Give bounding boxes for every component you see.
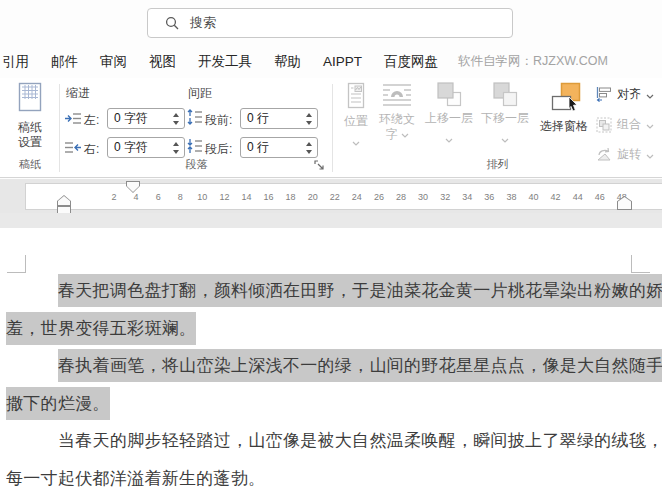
ribbon-tab-1[interactable]: 邮件 (40, 53, 89, 71)
ruler-number: 14 (239, 192, 253, 202)
space-after-label: 段后: (205, 141, 232, 158)
ribbon-tab-bar: 引用邮件审阅视图开发工具帮助AIPPT百度网盘 软件自学网：RJZXW.COM (0, 45, 662, 78)
manuscript-settings-button[interactable]: 稿纸 设置 (4, 82, 56, 156)
document-line-1[interactable]: 羞，世界变得五彩斑斓。 (6, 310, 658, 348)
selection-pane-button[interactable]: 选择窗格 (534, 82, 594, 134)
align-button[interactable]: 对齐 (596, 86, 654, 103)
ruler-number: 22 (328, 192, 342, 202)
ribbon: 稿纸 设置 稿纸 缩进 间距 左: 0 字符 右: 0 字符 (0, 78, 662, 178)
space-after-input[interactable]: 0 行 (240, 137, 318, 158)
ribbon-tab-2[interactable]: 审阅 (89, 53, 138, 71)
text-block: 春天把调色盘打翻，颜料倾洒在田野，于是油菜花金黄一片桃花晕染出粉嫩的娇羞，世界变… (6, 272, 658, 497)
space-before-icon (187, 109, 202, 129)
space-before-value: 0 行 (247, 110, 269, 127)
ruler-number: 8 (173, 192, 187, 202)
ribbon-tab-4[interactable]: 开发工具 (187, 53, 263, 71)
space-after-stepper[interactable] (302, 138, 315, 157)
chevron-down-icon (352, 132, 360, 150)
document-line-0[interactable]: 春天把调色盘打翻，颜料倾洒在田野，于是油菜花金黄一片桃花晕染出粉嫩的娇 (6, 272, 658, 310)
indent-right-input[interactable]: 0 字符 (107, 137, 185, 158)
space-before-stepper[interactable] (302, 109, 315, 128)
send-backward-label: 下移一层 (481, 111, 529, 126)
ruler-numbers: 2468101214161820222426283032343638404244… (107, 183, 629, 210)
indent-left-value: 0 字符 (114, 110, 148, 127)
ruler-number: 20 (306, 192, 320, 202)
hanging-indent-marker[interactable] (57, 195, 71, 206)
document-line-4[interactable]: 当春天的脚步轻轻踏过，山峦像是被大自然温柔唤醒，瞬间披上了翠绿的绒毯， (6, 422, 658, 460)
indent-section-label: 缩进 (66, 85, 90, 102)
document-line-5[interactable]: 每一寸起伏都洋溢着新生的蓬勃。 (6, 460, 658, 498)
ruler-number: 30 (416, 192, 430, 202)
ruler-number: 24 (350, 192, 364, 202)
ribbon-tab-3[interactable]: 视图 (138, 53, 187, 71)
ruler-number: 4 (129, 192, 143, 202)
search-placeholder: 搜索 (190, 14, 216, 32)
group-button: 组合 (596, 116, 654, 133)
right-indent-marker[interactable] (617, 196, 632, 210)
document-line-2[interactable]: 春执着画笔，将山峦染上深浅不一的绿，山间的野花星星点点，像是大自然随手 (6, 347, 658, 385)
ruler-number: 46 (593, 192, 607, 202)
document-line-3[interactable]: 撒下的烂漫。 (6, 385, 658, 423)
chevron-down-icon (646, 118, 654, 132)
chevron-down-icon (445, 129, 453, 147)
ribbon-tab-6[interactable]: AIPPT (312, 54, 373, 69)
send-backward-button: 下移一层 (478, 82, 532, 147)
ruler-number: 6 (151, 192, 165, 202)
manuscript-label-line2: 设置 (18, 135, 42, 149)
space-after-value: 0 行 (247, 139, 269, 156)
search-icon (165, 16, 179, 30)
send-backward-icon (493, 82, 518, 111)
ruler-number: 28 (394, 192, 408, 202)
spacing-section-label: 间距 (188, 85, 212, 102)
group-label-paragraph: 段落 (60, 157, 333, 172)
chevron-down-icon (646, 88, 654, 102)
first-line-indent-marker[interactable] (126, 181, 140, 193)
document-page[interactable]: 春天把调色盘打翻，颜料倾洒在田野，于是油菜花金黄一片桃花晕染出粉嫩的娇羞，世界变… (0, 228, 662, 500)
body-text: 当春天的脚步轻轻踏过，山峦像是被大自然温柔唤醒，瞬间披上了翠绿的绒毯， (58, 431, 662, 450)
title-bar: 搜索 (0, 0, 662, 45)
ribbon-tab-7[interactable]: 百度网盘 (373, 53, 449, 71)
ribbon-tab-5[interactable]: 帮助 (263, 53, 312, 71)
ruler[interactable]: 2468101214161820222426283032343638404244… (0, 179, 662, 213)
ruler-number: 32 (438, 192, 452, 202)
group-button-label: 组合 (617, 116, 641, 133)
indent-left-label: 左: (84, 112, 99, 129)
ruler-number: 12 (217, 192, 231, 202)
grid-page-icon (17, 82, 44, 117)
body-text: 每一寸起伏都洋溢着新生的蓬勃。 (6, 469, 266, 488)
selected-text: 撒下的烂漫。 (6, 387, 110, 420)
ribbon-tab-0[interactable]: 引用 (0, 53, 40, 71)
wrap-text-button: 环绕文 字 (376, 82, 418, 142)
indent-left-input[interactable]: 0 字符 (107, 108, 185, 129)
position-button: 位置 (336, 82, 376, 150)
align-icon (596, 87, 612, 102)
indent-right-label: 右: (84, 141, 99, 158)
chevron-down-icon (501, 129, 509, 147)
ruler-number: 2 (107, 192, 121, 202)
indent-left-stepper[interactable] (169, 109, 182, 128)
indent-right-value: 0 字符 (114, 139, 148, 156)
selected-text: 春天把调色盘打翻，颜料倾洒在田野，于是油菜花金黄一片桃花晕染出粉嫩的娇 (58, 274, 662, 307)
bring-forward-label: 上移一层 (425, 111, 473, 126)
group-label-arrange: 排列 (333, 157, 662, 172)
indent-left-icon (65, 111, 81, 129)
bring-forward-button: 上移一层 (422, 82, 476, 147)
group-label-manuscript: 稿纸 (0, 157, 60, 172)
wrap-text-label-line2: 字 (386, 127, 398, 142)
selected-text: 羞，世界变得五彩斑斓。 (6, 312, 196, 345)
position-label: 位置 (344, 114, 368, 129)
selection-pane-icon (546, 82, 582, 119)
margin-corner-mark (631, 255, 632, 273)
chevron-down-icon (401, 127, 409, 142)
word-window: 搜索 引用邮件审阅视图开发工具帮助AIPPT百度网盘 软件自学网：RJZXW.C… (0, 0, 662, 500)
manuscript-label-line1: 稿纸 (18, 120, 42, 134)
space-before-label: 段前: (205, 112, 232, 129)
group-icon (596, 117, 612, 133)
align-label: 对齐 (617, 86, 641, 103)
watermark-text: 软件自学网：RJZXW.COM (458, 53, 608, 70)
ruler-number: 18 (284, 192, 298, 202)
search-input[interactable]: 搜索 (147, 8, 513, 38)
dialog-launcher-icon[interactable] (314, 158, 326, 176)
indent-right-stepper[interactable] (169, 138, 182, 157)
space-before-input[interactable]: 0 行 (240, 108, 318, 129)
